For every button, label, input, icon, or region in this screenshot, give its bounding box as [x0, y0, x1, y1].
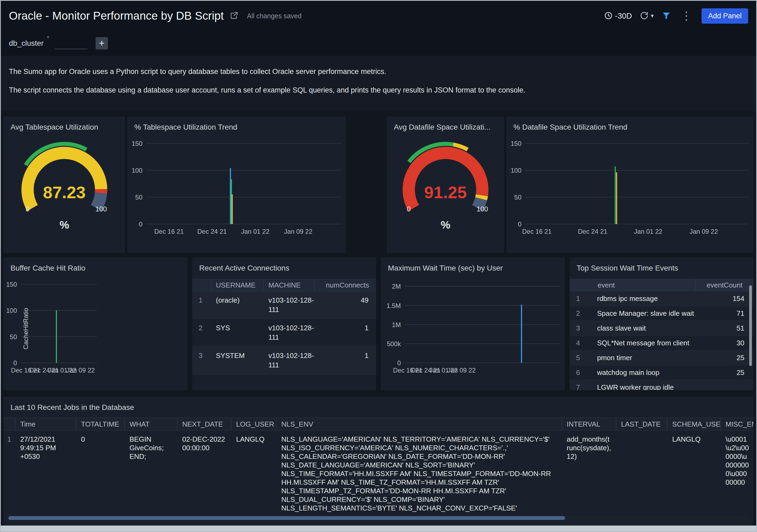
description-paragraph: The script connects the database using a…: [9, 85, 748, 96]
filter-button[interactable]: [662, 11, 671, 21]
svg-text:100: 100: [511, 167, 522, 174]
eventcount-cell: 30: [695, 336, 753, 350]
tablespace-trend-chart[interactable]: 050100150Dec 16 21Dec 24 21Jan 01 22Jan …: [127, 135, 346, 237]
panel-avg-tablespace-utilization: Avg Tablespace Utilization 010087.23 %: [4, 117, 125, 253]
panel-maximum-wait-time: Maximum Wait Time (sec) by User 0500k1M1…: [381, 257, 565, 390]
gauge-unit-label: %: [387, 219, 504, 231]
svg-text:150: 150: [132, 140, 142, 147]
svg-text:91.25: 91.25: [424, 183, 467, 202]
autosave-status: All changes saved: [247, 12, 301, 20]
jobs-column-header: NLS_ENV: [277, 418, 562, 430]
horizontal-scrollbar-thumb[interactable]: [8, 516, 565, 520]
filter-bar: db_cluster * +: [1, 31, 756, 56]
buffer-cache-chart[interactable]: 050100150Dec 16 21Dec 24 21Jan 01 22Jan …: [4, 276, 187, 375]
svg-text:0: 0: [139, 221, 142, 228]
panel-title: % Tablespace Utilization Trend: [127, 117, 346, 134]
jobs-column-header: [4, 418, 15, 430]
panel-row-2: Buffer Cache Hit Ratio CacheHitRatio 050…: [4, 257, 753, 390]
column-header: USERNAME: [211, 279, 263, 291]
numconnects-cell: 1: [315, 347, 376, 374]
time-range-button[interactable]: -30D: [604, 11, 632, 21]
tablespace-gauge[interactable]: 010087.23: [11, 141, 118, 214]
refresh-button[interactable]: ▾: [640, 11, 653, 21]
event-cell: watchdog main loop: [591, 365, 695, 380]
panel-title: % Datafile Space Utilization Trend: [506, 117, 753, 134]
row-index: 3: [192, 347, 211, 374]
eventcount-cell: 25: [695, 365, 753, 380]
interval-cell: add_months(trunc(sysdate), 12): [562, 431, 616, 512]
svg-text:100: 100: [95, 205, 107, 213]
table-row: 1(oracle)v103-102-128-11149: [192, 291, 376, 319]
column-header: event: [591, 279, 695, 291]
svg-text:0: 0: [26, 205, 29, 213]
eventcount-cell: 51: [695, 321, 753, 335]
row-index: 2: [570, 306, 591, 321]
table-row: 5pmon timer25: [570, 350, 753, 365]
panel-recent-active-connections: Recent Active Connections USERNAME MACHI…: [192, 257, 376, 390]
svg-text:Jan 01 22: Jan 01 22: [634, 228, 662, 235]
panel-avg-datafile-space-utilization: Avg Datafile Space Utilizati... 010091.2…: [387, 117, 504, 253]
table-row: 2Space Manager: slave idle wait71: [570, 306, 753, 321]
connections-table: USERNAME MACHINE numConnects 1(oracle)v1…: [192, 279, 376, 388]
jobs-column-header: MISC_ENV: [721, 418, 753, 430]
svg-text:150: 150: [511, 140, 522, 147]
next-date-cell: 02-DEC-2022 00:00:00: [177, 431, 231, 512]
panel-title: Last 10 Recent Jobs in the Database: [4, 397, 753, 414]
panel-title: Maximum Wait Time (sec) by User: [381, 257, 565, 275]
table-row: 1rdbms ipc message154: [570, 291, 753, 306]
filter-funnel-icon: [662, 11, 671, 21]
add-panel-button[interactable]: Add Panel: [702, 8, 748, 24]
svg-text:0: 0: [397, 359, 401, 367]
add-filter-button[interactable]: +: [96, 37, 108, 49]
eventcount-cell: [695, 380, 753, 390]
panel-buffer-cache-hit-ratio: Buffer Cache Hit Ratio CacheHitRatio 050…: [4, 257, 187, 390]
jobs-column-header: LOG_USER: [231, 418, 277, 430]
row-index: 5: [570, 350, 591, 365]
schema-user-cell: LANGLQ: [667, 431, 721, 512]
jobs-column-header: Time: [15, 418, 76, 430]
nls-env-cell: NLS_LANGUAGE='AMERICAN' NLS_TERRITORY='A…: [277, 431, 562, 512]
svg-text:Jan 09 22: Jan 09 22: [284, 228, 312, 235]
vertical-scrollbar-thumb[interactable]: [749, 285, 752, 366]
time-range-value: -30D: [615, 12, 632, 20]
layout-spacer: [348, 117, 385, 253]
row-index: 1: [570, 291, 591, 306]
misc-env-cell: \u0001\u2\u000000\u0000000\u00000000: [721, 431, 753, 512]
jobs-table: TimeTOTALTIMEWHATNEXT_DATELOG_USERNLS_EN…: [4, 418, 753, 512]
share-button[interactable]: [229, 11, 238, 21]
jobs-column-header: SCHEMA_USER: [667, 418, 721, 430]
jobs-column-header: WHAT: [125, 418, 177, 430]
panel-top-session-wait-time-events: Top Session Wait Time Events event event…: [570, 257, 753, 390]
panel-row-1: Avg Tablespace Utilization 010087.23 % %…: [4, 117, 753, 253]
db-cluster-input[interactable]: [54, 37, 87, 49]
what-cell: BEGIN GiveCoins; END;: [125, 431, 177, 512]
username-cell: (oracle): [211, 291, 263, 319]
table-row: 7LGWR worker group idle: [570, 380, 753, 390]
datafile-gauge[interactable]: 010091.25: [392, 141, 499, 214]
horizontal-scrollbar-track[interactable]: [6, 516, 751, 520]
panel-title: Avg Tablespace Utilization: [4, 117, 125, 134]
svg-text:Dec 16 21: Dec 16 21: [522, 228, 552, 235]
machine-cell: v103-102-128-111: [263, 347, 315, 374]
window-bottom-scrollbar[interactable]: [1, 525, 756, 531]
panel-tablespace-utilization-trend: % Tablespace Utilization Trend 050100150…: [127, 117, 346, 253]
clock-icon: [604, 11, 613, 21]
table-row: 3class slave wait51: [570, 321, 753, 336]
panel-title: Recent Active Connections: [192, 257, 376, 275]
svg-text:100: 100: [132, 167, 142, 174]
gauge-unit-label: %: [4, 219, 125, 231]
machine-cell: v103-102-128-111: [263, 319, 315, 347]
numconnects-cell: 1: [315, 319, 376, 347]
max-wait-chart[interactable]: 0500k1M1.5M2MDec 16 21Dec 24 21Jan 01 22…: [381, 276, 565, 375]
username-cell: SYS: [211, 319, 263, 347]
eventcount-cell: 71: [695, 306, 753, 321]
svg-text:1.5M: 1.5M: [386, 302, 401, 309]
datafile-trend-chart[interactable]: 050100150Dec 16 21Dec 24 21Jan 01 22Jan …: [506, 135, 753, 237]
svg-text:0: 0: [407, 205, 410, 213]
required-asterisk: *: [47, 35, 49, 42]
more-options-kebab-icon[interactable]: ⋮: [679, 10, 693, 22]
table-row: 3SYSTEMv103-102-128-1111: [192, 347, 376, 375]
numconnects-cell: 49: [315, 291, 376, 319]
table-body: 1rdbms ipc message1542Space Manager: sla…: [570, 291, 753, 390]
page-title: Oracle - Monitor Performance by DB Scrip…: [9, 10, 224, 22]
